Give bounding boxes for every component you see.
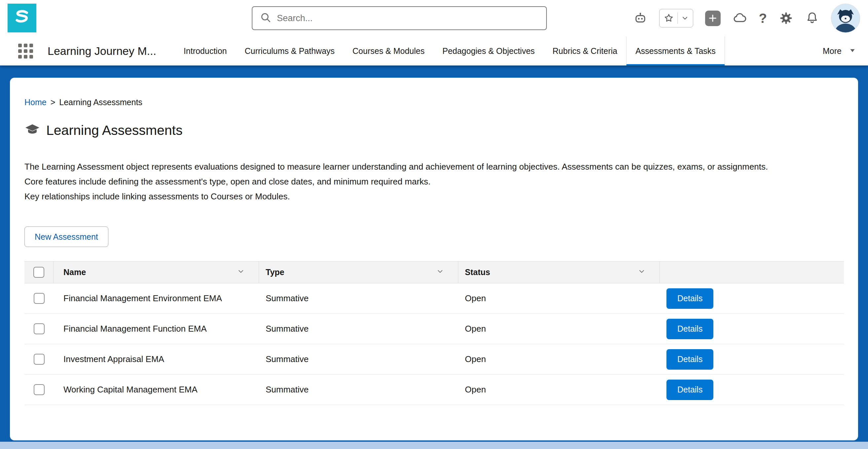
object-description: The Learning Assessment object represent… <box>25 159 843 204</box>
details-button[interactable]: Details <box>666 319 713 339</box>
description-line: The Learning Assessment object represent… <box>25 159 843 174</box>
table-header-checkbox-cell <box>25 262 54 283</box>
tab-assessments-tasks[interactable]: Assessments & Tasks <box>626 36 725 65</box>
cell-status: Open <box>458 354 660 364</box>
cell-status: Open <box>458 293 660 303</box>
favorites-divider <box>677 12 678 24</box>
column-header-name-label: Name <box>63 268 86 277</box>
chevron-down-icon[interactable] <box>237 268 245 277</box>
favorite-star-icon[interactable] <box>663 13 674 24</box>
cell-status: Open <box>458 324 660 334</box>
row-checkbox[interactable] <box>34 354 44 365</box>
column-header-actions <box>660 262 844 283</box>
chevron-down-icon[interactable] <box>638 268 646 277</box>
more-caret-down-icon <box>849 46 856 56</box>
header-icons: ? <box>633 0 860 36</box>
help-icon[interactable]: ? <box>759 11 767 25</box>
page-title: Learning Assessments <box>46 123 183 138</box>
app-logo <box>8 4 36 32</box>
breadcrumb-separator: > <box>51 97 56 107</box>
nav-more-label: More <box>823 46 842 56</box>
details-button[interactable]: Details <box>666 349 713 370</box>
logo-s-icon <box>12 7 32 29</box>
bottom-strip <box>0 442 868 449</box>
global-actions-plus-icon[interactable] <box>705 10 721 26</box>
description-line: Core features include defining the asses… <box>25 174 843 189</box>
select-all-checkbox[interactable] <box>33 267 44 278</box>
user-avatar[interactable] <box>831 4 860 33</box>
table-row: Financial Management Environment EMA Sum… <box>25 283 844 314</box>
column-header-type[interactable]: Type <box>259 262 458 283</box>
global-header: ? <box>0 0 868 36</box>
row-checkbox[interactable] <box>34 293 44 304</box>
breadcrumb-current: Learning Assessments <box>59 97 143 107</box>
row-checkbox[interactable] <box>34 384 44 395</box>
tab-rubrics-criteria[interactable]: Rubrics & Criteria <box>544 36 626 65</box>
notifications-bell-icon[interactable] <box>805 11 819 25</box>
tab-introduction[interactable]: Introduction <box>175 36 236 65</box>
favorites-chevron-down-icon[interactable] <box>681 14 689 22</box>
table-row: Investment Appraisal EMA Summative Open … <box>25 344 844 375</box>
global-search[interactable] <box>252 6 547 30</box>
column-header-status[interactable]: Status <box>458 262 660 283</box>
column-header-type-label: Type <box>266 268 284 277</box>
setup-gear-icon[interactable] <box>779 11 793 26</box>
einstein-assistant-icon[interactable] <box>633 11 647 25</box>
tab-pedagogies-objectives[interactable]: Pedagogies & Objectives <box>434 36 544 65</box>
search-icon <box>260 11 272 25</box>
cell-name: Investment Appraisal EMA <box>54 354 259 364</box>
favorites-control <box>659 9 693 27</box>
main-content-area: Home > Learning Assessments Learning Ass… <box>0 65 868 449</box>
chevron-down-icon[interactable] <box>436 268 444 277</box>
row-checkbox[interactable] <box>34 323 44 334</box>
learning-assessments-card: Home > Learning Assessments Learning Ass… <box>10 78 858 440</box>
page-title-row: Learning Assessments <box>25 122 843 139</box>
graduation-cap-icon <box>25 122 40 139</box>
details-button[interactable]: Details <box>666 288 713 309</box>
breadcrumb-home-link[interactable]: Home <box>25 97 46 107</box>
description-line: Key relationships include linking assess… <box>25 189 843 204</box>
column-header-status-label: Status <box>465 268 490 277</box>
cell-type: Summative <box>259 324 458 334</box>
table-header-row: Name Type Status <box>25 261 844 283</box>
tab-courses-modules[interactable]: Courses & Modules <box>344 36 434 65</box>
nav-tabs: Introduction Curriculums & Pathways Cour… <box>175 36 725 65</box>
cell-status: Open <box>458 385 660 395</box>
assessments-table: Name Type Status <box>25 261 844 405</box>
table-row: Financial Management Function EMA Summat… <box>25 314 844 344</box>
cell-type: Summative <box>259 293 458 303</box>
column-header-name[interactable]: Name <box>54 262 259 283</box>
search-input[interactable] <box>277 13 539 24</box>
new-assessment-button[interactable]: New Assessment <box>25 227 108 247</box>
cell-name: Financial Management Function EMA <box>54 324 259 334</box>
table-row: Working Capital Management EMA Summative… <box>25 375 844 405</box>
app-navigation-bar: Learning Journey M... Introduction Curri… <box>0 36 868 65</box>
app-name: Learning Journey M... <box>48 44 156 58</box>
cell-type: Summative <box>259 385 458 395</box>
breadcrumb: Home > Learning Assessments <box>25 97 843 107</box>
nav-more-menu[interactable]: More <box>823 36 856 65</box>
cell-name: Working Capital Management EMA <box>54 385 259 395</box>
app-launcher-icon[interactable] <box>18 43 33 59</box>
cell-name: Financial Management Environment EMA <box>54 293 259 303</box>
cell-type: Summative <box>259 354 458 364</box>
guidance-center-icon[interactable] <box>733 11 747 26</box>
tab-curriculums-pathways[interactable]: Curriculums & Pathways <box>236 36 343 65</box>
details-button[interactable]: Details <box>666 380 713 400</box>
